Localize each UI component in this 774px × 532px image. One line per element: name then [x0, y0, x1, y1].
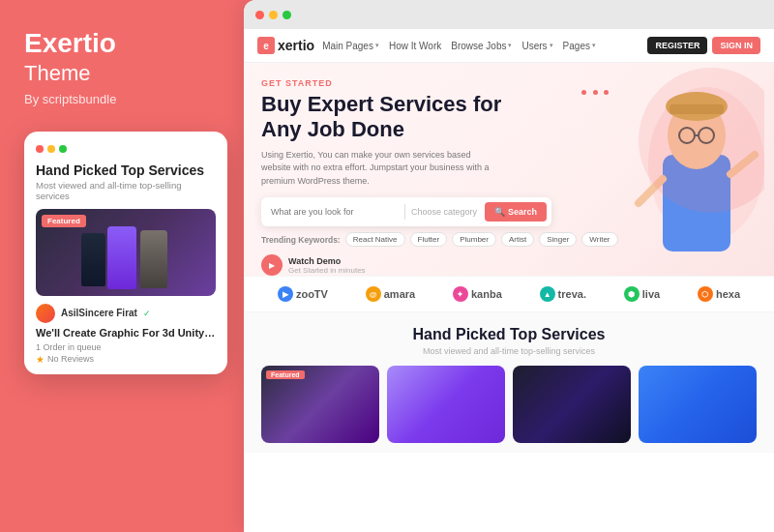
- deco-dot-2: [593, 90, 598, 95]
- avatar: [36, 304, 55, 323]
- partner-liva: ⬢ liva: [624, 286, 660, 302]
- site-nav: e xertio Main Pages ▾ How It Work Browse…: [244, 29, 774, 63]
- figure-left: [81, 233, 105, 286]
- treva-icon: ▲: [540, 286, 555, 302]
- mobile-card-image: Featured: [36, 209, 216, 296]
- watch-info: Watch Demo Get Started in minutes: [288, 256, 366, 275]
- figure-center: [107, 226, 136, 289]
- service-featured-badge: Featured: [266, 370, 305, 379]
- signin-button[interactable]: SIGN IN: [712, 37, 760, 54]
- hero-person-image: [610, 63, 764, 266]
- nav-browse-jobs[interactable]: Browse Jobs ▾: [451, 41, 512, 51]
- kanba-icon: ✦: [453, 286, 468, 302]
- partner-hexa: ⬡ hexa: [698, 286, 740, 302]
- nav-label-users: Users: [521, 41, 547, 51]
- mobile-card: Hand Picked Top Services Most viewed and…: [24, 132, 227, 374]
- browser-dot-yellow: [269, 11, 278, 19]
- nav-label-main: Main Pages: [322, 41, 373, 51]
- partner-zootv-label: zooTV: [296, 288, 328, 300]
- partner-amara-label: amara: [384, 288, 415, 300]
- figure-right: [140, 230, 167, 288]
- nav-label-pages: Pages: [563, 41, 590, 51]
- brand-title: Exertio: [24, 29, 223, 59]
- partner-treva: ▲ treva.: [540, 286, 586, 302]
- search-divider: [404, 204, 405, 220]
- partner-treva-label: treva.: [558, 288, 586, 300]
- partner-zootv: ▶ zooTV: [278, 286, 328, 302]
- card-reviews: No Reviews: [47, 354, 94, 364]
- left-panel: Exertio Theme By scriptsbundle Hand Pick…: [0, 0, 247, 532]
- nav-label-how: How It Work: [389, 41, 441, 51]
- figure-silhouette: [36, 209, 216, 296]
- amara-icon: @: [366, 286, 381, 302]
- card-orders: 1 Order in queue: [36, 342, 216, 352]
- services-section: Hand Picked Top Services Most viewed and…: [244, 312, 774, 453]
- verified-icon: ✓: [143, 309, 151, 318]
- nav-logo: e xertio: [257, 37, 314, 54]
- card-username: AsilSincere Firat: [61, 308, 137, 318]
- trending-label: Trending Keywords:: [261, 235, 341, 245]
- trending-tag-react[interactable]: React Native: [345, 232, 405, 247]
- card-user-row: AsilSincere Firat ✓: [36, 304, 216, 323]
- card-footer: 1 Order in queue ★ No Reviews: [36, 342, 216, 365]
- dot-yellow: [47, 145, 55, 153]
- partner-liva-label: liva: [642, 288, 660, 300]
- service-cards: Featured: [261, 366, 757, 443]
- partner-kanba: ✦ kanba: [453, 286, 502, 302]
- search-button-label: Search: [508, 207, 537, 217]
- nav-links: Main Pages ▾ How It Work Browse Jobs ▾ U…: [322, 41, 640, 51]
- dot-red: [36, 145, 44, 153]
- card-stars: ★ No Reviews: [36, 354, 216, 365]
- service-card-2[interactable]: [387, 366, 505, 443]
- play-button[interactable]: ▶: [261, 254, 283, 276]
- service-card-4[interactable]: [639, 366, 757, 443]
- website-content: e xertio Main Pages ▾ How It Work Browse…: [244, 29, 774, 532]
- trending-tag-artist[interactable]: Artist: [501, 232, 534, 247]
- search-input[interactable]: [271, 207, 399, 217]
- browser-dot-green: [283, 11, 291, 19]
- partner-amara: @ amara: [366, 286, 415, 302]
- browser-panel: e xertio Main Pages ▾ How It Work Browse…: [244, 0, 774, 532]
- logo-icon: e: [257, 37, 275, 54]
- hexa-icon: ⬡: [698, 286, 713, 302]
- deco-dot-3: [604, 90, 609, 95]
- nav-main-pages[interactable]: Main Pages ▾: [322, 41, 379, 51]
- partners-strip: ▶ zooTV @ amara ✦ kanba ▲ treva. ⬢ liva …: [244, 276, 774, 312]
- trending-tag-singer[interactable]: Singer: [539, 232, 577, 247]
- chevron-down-icon-3: ▾: [550, 42, 553, 49]
- deco-dot-1: [581, 90, 586, 95]
- nav-users[interactable]: Users ▾: [521, 41, 552, 51]
- browser-bar: [244, 0, 774, 29]
- nav-how-it-work[interactable]: How It Work: [389, 41, 441, 51]
- watch-label: Watch Demo: [288, 256, 366, 266]
- hero-title: Buy Expert Services for Any Job Done: [261, 92, 522, 143]
- trending-tag-plumber[interactable]: Plumber: [452, 232, 496, 247]
- chevron-down-icon-2: ▾: [508, 42, 512, 49]
- star-icon: ★: [36, 354, 45, 365]
- card-service-title: We'll Create Graphic For 3d Unity ...: [36, 327, 216, 339]
- search-button[interactable]: 🔍 Search: [485, 202, 547, 222]
- mobile-card-title: Hand Picked Top Services: [36, 163, 216, 178]
- service-card-3[interactable]: [513, 366, 631, 443]
- trending-tag-flutter[interactable]: Flutter: [410, 232, 448, 247]
- browser-dot-red: [255, 11, 264, 19]
- search-icon: 🔍: [494, 207, 505, 217]
- zootv-icon: ▶: [278, 286, 293, 302]
- section-title: Hand Picked Top Services: [261, 326, 757, 343]
- service-card-1[interactable]: Featured: [261, 366, 379, 443]
- category-select[interactable]: Choose category: [411, 207, 477, 217]
- nav-pages[interactable]: Pages ▾: [563, 41, 596, 51]
- register-button[interactable]: REGISTER: [647, 37, 707, 54]
- mobile-card-subtitle: Most viewed and all-time top-selling ser…: [36, 180, 216, 201]
- watch-sublabel: Get Started in minutes: [288, 266, 366, 275]
- partner-hexa-label: hexa: [716, 288, 740, 300]
- decorative-dots: [580, 82, 610, 100]
- nav-actions: REGISTER SIGN IN: [647, 37, 760, 54]
- nav-label-jobs: Browse Jobs: [451, 41, 506, 51]
- chevron-down-icon: ▾: [375, 42, 379, 49]
- partner-kanba-label: kanba: [471, 288, 502, 300]
- logo-text: xertio: [278, 38, 314, 53]
- chevron-down-icon-4: ▾: [592, 42, 596, 49]
- dot-green: [59, 145, 67, 153]
- brand-by: By scriptsbundle: [24, 92, 223, 106]
